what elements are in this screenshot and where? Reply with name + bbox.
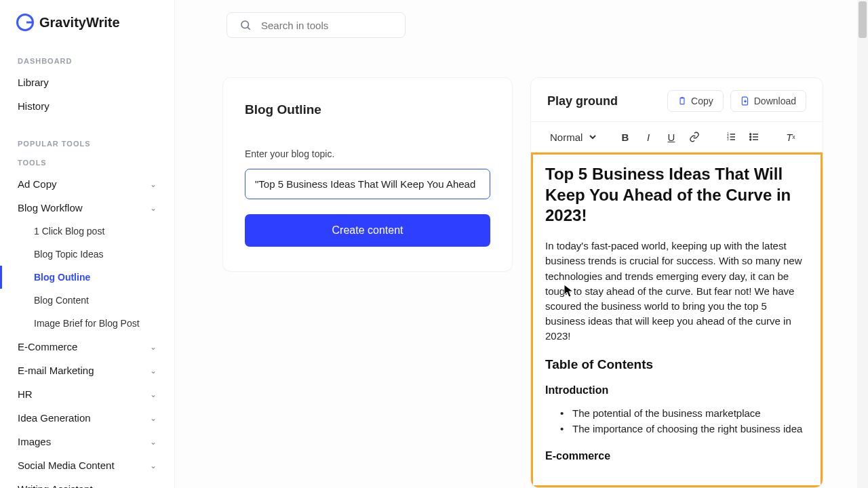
form-title: Blog Outline — [245, 102, 490, 117]
sidebar-item-blog-content[interactable]: Blog Content — [0, 289, 174, 312]
chevron-down-icon: ⌄ — [150, 366, 157, 375]
topic-input[interactable] — [245, 169, 490, 199]
sidebar-item-social[interactable]: Social Media Content⌄ — [0, 453, 174, 477]
svg-point-0 — [241, 21, 249, 28]
list-item: The importance of choosing the right bus… — [572, 422, 808, 437]
sidebar-item-images[interactable]: Images⌄ — [0, 430, 174, 453]
chevron-down-icon: ⌄ — [150, 342, 157, 352]
sidebar-item-library[interactable]: Library — [0, 70, 174, 94]
clipboard-icon — [677, 96, 687, 106]
chevron-down-icon: ⌄ — [150, 437, 157, 447]
sidebar-item-ecommerce[interactable]: E-Commerce⌄ — [0, 335, 174, 359]
sidebar-item-email[interactable]: E-mail Marketing⌄ — [0, 359, 174, 382]
content-heading: Top 5 Business Ideas That Will Keep You … — [545, 164, 808, 226]
italic-button[interactable]: I — [639, 127, 658, 146]
brand-name: GravityWrite — [39, 15, 120, 30]
svg-point-15 — [750, 139, 751, 140]
sidebar-item-blog-workflow[interactable]: Blog Workflow⌄ — [0, 196, 174, 220]
svg-rect-2 — [680, 98, 684, 104]
chevron-down-icon: ⌄ — [150, 390, 157, 399]
editor-content[interactable]: Top 5 Business Ideas That Will Keep You … — [531, 152, 823, 487]
ordered-list-button[interactable]: 123 — [722, 127, 741, 146]
chevron-down-icon: ⌄ — [150, 203, 157, 213]
sidebar-item-ad-copy[interactable]: Ad Copy⌄ — [0, 172, 174, 196]
svg-rect-3 — [681, 97, 684, 98]
section-dashboard: DASHBOARD — [0, 52, 174, 70]
search-input[interactable] — [261, 20, 393, 31]
svg-point-14 — [750, 136, 751, 138]
output-panel: Play ground Copy Download Normal — [530, 77, 823, 488]
logo-icon — [16, 14, 34, 31]
editor-toolbar: Normal B I U 123 Tx — [531, 121, 823, 152]
section-tools: TOOLS — [0, 153, 174, 172]
sidebar-item-blog-topic[interactable]: Blog Topic Ideas — [0, 243, 174, 266]
underline-button[interactable]: U — [662, 127, 681, 146]
content-toc: Table of Contents — [545, 357, 808, 372]
download-button[interactable]: Download — [730, 90, 806, 112]
svg-text:3: 3 — [727, 138, 729, 141]
page-scrollbar[interactable] — [857, 0, 868, 488]
link-icon — [689, 131, 700, 142]
sidebar-item-blog-outline[interactable]: Blog Outline — [0, 266, 174, 289]
svg-line-1 — [248, 27, 250, 29]
list-item: The potential of the business marketplac… — [572, 406, 808, 422]
sidebar-item-idea[interactable]: Idea Generation⌄ — [0, 406, 174, 430]
sidebar: GravityWrite DASHBOARD Library History P… — [0, 0, 175, 488]
chevron-down-icon: ⌄ — [150, 485, 157, 489]
create-button[interactable]: Create content — [245, 214, 490, 247]
scroll-thumb[interactable] — [859, 1, 867, 38]
output-title: Play ground — [547, 94, 618, 108]
chevron-down-icon: ⌄ — [150, 461, 157, 470]
brand-logo[interactable]: GravityWrite — [16, 14, 158, 31]
unordered-list-button[interactable] — [745, 127, 764, 146]
search-box[interactable] — [226, 12, 406, 38]
bold-button[interactable]: B — [616, 127, 635, 146]
form-label: Enter your blog topic. — [245, 148, 490, 159]
chevron-down-icon: ⌄ — [150, 180, 157, 189]
download-icon — [741, 96, 750, 106]
form-panel: Blog Outline Enter your blog topic. Crea… — [222, 77, 513, 272]
format-select[interactable]: Normal — [543, 128, 598, 146]
sidebar-item-history[interactable]: History — [0, 94, 174, 118]
main: Blog Outline Enter your blog topic. Crea… — [175, 0, 868, 488]
sidebar-item-writing[interactable]: Writing Assistant⌄ — [0, 477, 174, 488]
sidebar-item-1click[interactable]: 1 Click Blog post — [0, 220, 174, 243]
copy-button[interactable]: Copy — [667, 90, 724, 112]
chevron-down-icon: ⌄ — [150, 413, 157, 423]
sidebar-item-hr[interactable]: HR⌄ — [0, 382, 174, 406]
content-sec1: Introduction — [545, 384, 808, 396]
svg-point-13 — [750, 134, 751, 135]
sidebar-item-image-brief[interactable]: Image Brief for Blog Post — [0, 312, 174, 335]
ul-icon — [749, 131, 760, 142]
section-popular: POPULAR TOOLS — [0, 134, 174, 153]
content-sec2: E-commerce — [545, 450, 808, 462]
content-intro: In today's fast-paced world, keeping up … — [545, 239, 808, 344]
link-button[interactable] — [685, 127, 704, 146]
ol-icon: 123 — [726, 131, 736, 142]
clear-format-button[interactable]: Tx — [781, 127, 800, 146]
search-icon — [239, 19, 252, 31]
